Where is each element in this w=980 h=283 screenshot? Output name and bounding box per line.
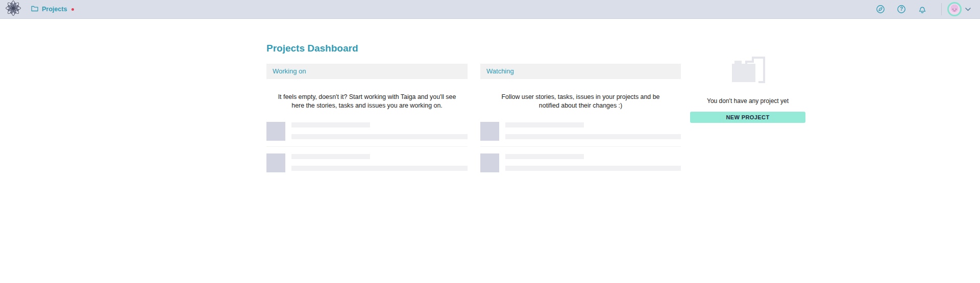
no-project-text: You don't have any project yet (690, 97, 805, 105)
placeholder-thumbnail (266, 153, 285, 172)
placeholder-divider (266, 146, 468, 147)
placeholder-text-bar (505, 134, 681, 139)
svg-text:?: ? (900, 6, 903, 12)
discover-projects-button[interactable] (876, 5, 885, 14)
placeholder-row (266, 122, 468, 141)
placeholder-title-bar (505, 154, 584, 159)
placeholder-title-bar (291, 154, 370, 159)
placeholder-title-bar (505, 122, 584, 127)
breadcrumb[interactable]: Projects (31, 6, 74, 13)
empty-folder-illustration (690, 55, 805, 85)
working-on-empty-text: It feels empty, doesn't it? Start workin… (272, 93, 462, 110)
watching-header: Watching (480, 64, 681, 79)
working-on-header: Working on (266, 64, 468, 79)
working-on-placeholder-list (266, 122, 468, 172)
taiga-logo[interactable] (4, 0, 22, 18)
placeholder-text-bar (291, 166, 468, 171)
topbar: Projects ? (0, 0, 980, 19)
chevron-down-icon[interactable] (965, 8, 971, 11)
taiga-mandala-icon (4, 0, 22, 18)
topbar-divider (941, 3, 942, 15)
placeholder-row (480, 153, 681, 172)
placeholder-row (480, 122, 681, 141)
page-title: Projects Dashboard (266, 43, 358, 54)
topbar-actions: ? (876, 2, 971, 16)
watching-section: Watching Follow user stories, tasks, iss… (480, 64, 681, 172)
user-avatar[interactable] (947, 2, 962, 16)
folder-icon (31, 6, 38, 13)
placeholder-row (266, 153, 468, 172)
projects-dashboard: Projects Dashboard Working on It feels e… (0, 19, 980, 283)
watching-placeholder-list (480, 122, 681, 172)
new-project-button[interactable]: NEW PROJECT (690, 112, 805, 123)
placeholder-thumbnail (480, 153, 499, 172)
help-button[interactable]: ? (897, 5, 906, 14)
placeholder-thumbnail (480, 122, 499, 141)
placeholder-text-bar (291, 134, 468, 139)
breadcrumb-label: Projects (42, 6, 67, 13)
placeholder-text-bar (505, 166, 681, 171)
notification-dot (71, 8, 74, 11)
notifications-bell-button[interactable] (918, 5, 927, 14)
working-on-section: Working on It feels empty, doesn't it? S… (266, 64, 468, 172)
placeholder-thumbnail (266, 122, 285, 141)
placeholder-title-bar (291, 122, 370, 127)
your-projects-panel: You don't have any project yet NEW PROJE… (690, 55, 805, 123)
watching-empty-text: Follow user stories, tasks, issues in yo… (493, 93, 669, 110)
placeholder-divider (480, 146, 681, 147)
